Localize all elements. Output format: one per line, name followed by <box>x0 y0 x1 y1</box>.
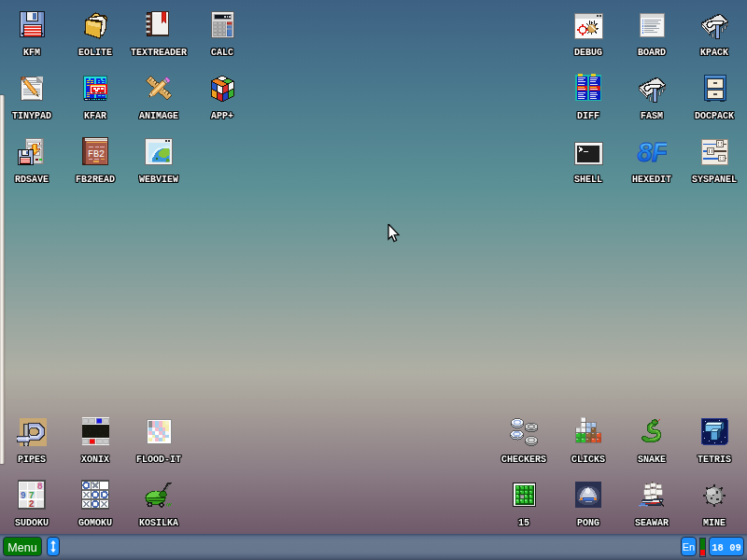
svg-text:8F: 8F <box>638 137 667 166</box>
svg-text:FB2: FB2 <box>88 149 105 160</box>
svg-text:2: 2 <box>29 499 35 510</box>
svg-text:8: 8 <box>37 482 43 492</box>
svg-text:En: En <box>683 541 695 553</box>
svg-text:18 09: 18 09 <box>712 542 741 553</box>
svg-text:9: 9 <box>21 491 26 501</box>
svg-text:Menu: Menu <box>7 540 36 553</box>
